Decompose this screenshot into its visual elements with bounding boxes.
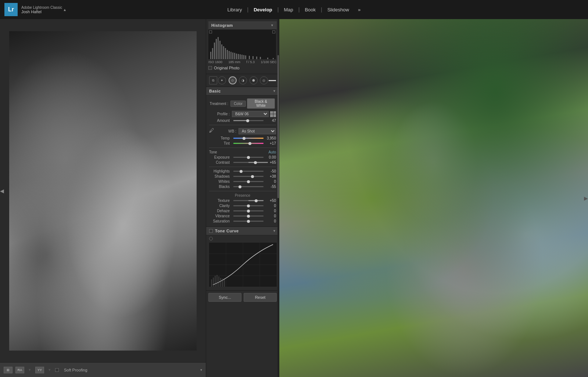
nav-slideshow[interactable]: Slideshow	[324, 6, 353, 14]
svg-rect-39	[224, 279, 225, 287]
svg-rect-20	[249, 56, 250, 59]
texture-thumb[interactable]	[255, 199, 258, 202]
reset-btn[interactable]: Reset	[244, 293, 277, 302]
highlights-thumb[interactable]	[240, 170, 243, 173]
blacks-label: Blacks	[209, 185, 232, 189]
contrast-slider[interactable]	[233, 162, 263, 163]
amount-thumb[interactable]	[246, 119, 249, 122]
original-photo-checkbox[interactable]	[208, 66, 212, 70]
exposure-slider[interactable]	[233, 157, 263, 158]
sync-btn[interactable]: Sync...	[208, 293, 241, 302]
healing-tool[interactable]: ✦	[218, 76, 226, 84]
graduated-filter-tool[interactable]: ◑	[239, 76, 247, 84]
panel-scrollbar[interactable]	[277, 19, 279, 377]
profile-grid-icon[interactable]	[270, 111, 276, 117]
dehaze-thumb[interactable]	[247, 210, 250, 213]
eye-icon[interactable]: ◎	[260, 76, 268, 84]
texture-slider[interactable]	[233, 200, 263, 201]
tint-slider[interactable]	[233, 143, 263, 144]
svg-rect-17	[241, 55, 243, 59]
clarity-slider[interactable]	[233, 205, 263, 206]
nav-library[interactable]: Library	[224, 6, 246, 14]
whites-slider[interactable]	[233, 181, 263, 182]
toolbar-arrow[interactable]: ▾	[200, 368, 202, 372]
dehaze-row: Dehaze 0	[209, 209, 276, 213]
nav-arrow-right[interactable]: ▶	[584, 195, 588, 201]
saturation-thumb[interactable]	[247, 220, 250, 223]
view-toggle[interactable]	[269, 80, 276, 81]
auto-btn[interactable]: Auto	[268, 150, 276, 154]
lr-logo: Lr	[4, 3, 18, 16]
view-ra-icon[interactable]: RA	[15, 367, 24, 373]
nav-arrow-left[interactable]: ◀	[0, 188, 4, 194]
nav-more[interactable]: »	[354, 6, 364, 14]
app-name: Adobe Lightroom Classic	[21, 6, 62, 10]
nav-develop[interactable]: Develop	[250, 6, 276, 14]
svg-rect-33	[213, 278, 214, 287]
tone-header: Tone Auto	[209, 150, 276, 154]
presence-label: Presence	[209, 193, 276, 197]
radial-filter-tool[interactable]: ⊙	[229, 76, 237, 84]
temp-row: Temp 3,950	[209, 136, 276, 140]
crop-tool[interactable]: ⧉	[209, 76, 217, 84]
vibrance-thumb[interactable]	[247, 215, 250, 218]
treatment-label: Treatment :	[209, 102, 230, 106]
vibrance-value: 0	[265, 214, 276, 218]
temp-thumb[interactable]	[243, 137, 245, 140]
svg-rect-12	[232, 52, 233, 59]
basic-title: Basic	[209, 89, 221, 93]
vibrance-label: Vibrance	[209, 214, 232, 218]
highlights-value: -50	[265, 169, 276, 173]
nav-map[interactable]: Map	[280, 6, 297, 14]
eyedropper-icon[interactable]: 🖊	[209, 127, 214, 135]
tone-curve-point-icon[interactable]	[209, 237, 213, 240]
blacks-slider[interactable]	[233, 186, 263, 187]
soft-proofing-checkbox[interactable]	[55, 368, 59, 372]
bw-btn[interactable]: Black & White	[247, 98, 275, 109]
exposure-thumb[interactable]	[247, 156, 250, 159]
svg-rect-32	[211, 279, 212, 287]
tint-thumb[interactable]	[248, 142, 251, 145]
tone-curve-triangle: ▼	[273, 229, 276, 233]
wb-select[interactable]: As Shot	[239, 128, 276, 134]
tone-label: Tone	[209, 150, 217, 154]
shadows-row: Shadows +38	[209, 174, 276, 178]
wb-row: 🖊 WB : As Shot	[209, 127, 276, 135]
histogram-svg	[208, 30, 276, 59]
profile-select[interactable]: B&W 06	[232, 111, 269, 117]
contrast-thumb[interactable]	[254, 161, 257, 164]
shadows-slider[interactable]	[233, 176, 263, 177]
top-arrow: ▲	[62, 7, 67, 12]
amount-slider[interactable]	[233, 120, 263, 121]
svg-rect-4	[218, 37, 219, 59]
dehaze-slider[interactable]	[233, 210, 263, 211]
saturation-slider[interactable]	[233, 221, 263, 222]
nav-book[interactable]: Book	[301, 6, 319, 14]
svg-rect-11	[230, 52, 232, 59]
view-grid-icon[interactable]: ⊞	[4, 367, 12, 373]
highlights-slider[interactable]	[233, 171, 263, 172]
vibrance-slider[interactable]	[233, 215, 263, 217]
amount-value: 47	[265, 119, 276, 123]
panel-scroll-thumb[interactable]	[277, 55, 279, 198]
temp-slider[interactable]	[233, 138, 263, 139]
blacks-row: Blacks -55	[209, 185, 276, 189]
color-btn[interactable]: Color	[230, 101, 246, 107]
original-photo-row: Original Photo	[208, 65, 277, 72]
tone-curve-header[interactable]: Tone Curve ▼	[206, 227, 279, 235]
clarity-thumb[interactable]	[247, 204, 250, 207]
view-yy-icon[interactable]: YY	[35, 367, 44, 373]
amount-label: Amount	[209, 119, 232, 123]
basic-header[interactable]: Basic ▼	[206, 87, 279, 95]
blacks-thumb[interactable]	[239, 185, 241, 188]
adjustment-brush-tool[interactable]: ⬟	[250, 76, 258, 84]
shadows-thumb[interactable]	[251, 175, 254, 178]
svg-rect-22	[256, 57, 257, 59]
whites-thumb[interactable]	[247, 180, 250, 183]
saturation-row: Saturation 0	[209, 219, 276, 223]
tone-curve-canvas[interactable]	[209, 243, 277, 287]
histogram-header[interactable]: Histogram ▼	[208, 21, 277, 30]
svg-rect-18	[243, 55, 244, 59]
tone-curve-checkbox[interactable]	[209, 229, 213, 233]
tools-right: ◎	[260, 76, 276, 84]
